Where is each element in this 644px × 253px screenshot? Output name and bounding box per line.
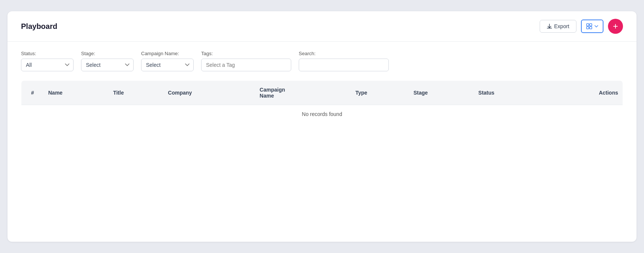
download-icon — [547, 24, 552, 29]
add-button[interactable]: + — [608, 19, 623, 34]
data-table: # Name Title Company CampaignName Type S… — [21, 80, 623, 123]
export-label: Export — [554, 23, 569, 29]
no-records-text: No records found — [21, 105, 623, 123]
stage-filter-group: Stage: Select Prospecting Qualified Clos… — [81, 51, 134, 71]
table-header-row: # Name Title Company CampaignName Type S… — [21, 81, 623, 105]
chevron-down-icon — [594, 25, 598, 27]
page-header: Playboard Export + — [8, 11, 636, 42]
stage-label: Stage: — [81, 51, 134, 56]
col-company: Company — [164, 81, 255, 105]
col-status: Status — [474, 81, 544, 105]
status-select[interactable]: All Active Inactive Paused — [21, 59, 74, 71]
search-label: Search: — [299, 51, 389, 56]
svg-rect-3 — [590, 27, 592, 29]
campaign-name-select[interactable]: Select — [141, 59, 194, 71]
col-number: # — [21, 81, 44, 105]
header-actions: Export + — [540, 19, 623, 34]
svg-rect-2 — [587, 27, 589, 29]
page-title: Playboard — [21, 22, 57, 31]
col-title: Title — [108, 81, 163, 105]
view-toggle-button[interactable] — [581, 20, 603, 33]
campaign-name-label: Campaign Name: — [141, 51, 194, 56]
no-records-row: No records found — [21, 105, 623, 123]
table-body: No records found — [21, 105, 623, 123]
search-input[interactable] — [299, 59, 389, 71]
col-type: Type — [351, 81, 409, 105]
tags-input[interactable] — [201, 59, 291, 71]
search-filter-group: Search: — [299, 51, 389, 71]
col-name: Name — [44, 81, 109, 105]
tags-label: Tags: — [201, 51, 291, 56]
svg-rect-0 — [587, 24, 589, 26]
main-card: Playboard Export + — [8, 11, 636, 242]
stage-select[interactable]: Select Prospecting Qualified Closed — [81, 59, 134, 71]
col-actions: Actions — [543, 81, 623, 105]
tags-filter-group: Tags: — [201, 51, 291, 71]
col-stage: Stage — [409, 81, 474, 105]
grid-icon — [586, 23, 592, 29]
add-icon: + — [613, 22, 618, 31]
export-button[interactable]: Export — [540, 20, 576, 33]
filters-section: Status: All Active Inactive Paused Stage… — [8, 42, 636, 80]
campaign-name-filter-group: Campaign Name: Select — [141, 51, 194, 71]
table-header: # Name Title Company CampaignName Type S… — [21, 81, 623, 105]
status-filter-group: Status: All Active Inactive Paused — [21, 51, 74, 71]
svg-rect-1 — [590, 24, 592, 26]
col-campaign-name: CampaignName — [255, 81, 351, 105]
status-label: Status: — [21, 51, 74, 56]
table-container: # Name Title Company CampaignName Type S… — [8, 80, 636, 137]
